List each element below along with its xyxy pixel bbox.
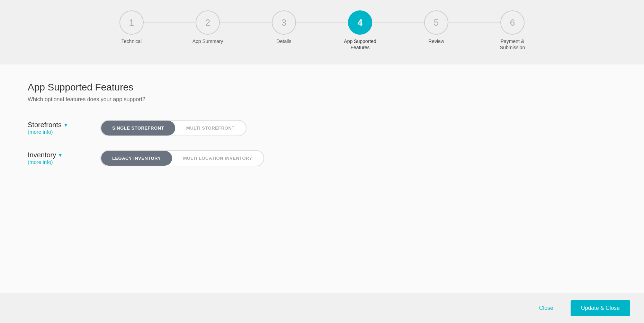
toggle-btn-1-1[interactable]: MULTI LOCATION INVENTORY xyxy=(172,151,263,166)
step-label-6: Payment & Submission xyxy=(490,38,535,51)
step-circle-4: 4 xyxy=(348,10,372,35)
toggle-group-0: SINGLE STOREFRONTMULTI STOREFRONT xyxy=(100,120,247,136)
chevron-down-icon-1: ▾ xyxy=(59,152,62,158)
feature-row-1: Inventory▾(more info)LEGACY INVENTORYMUL… xyxy=(28,150,616,166)
main-content: App Supported Features Which optional fe… xyxy=(0,64,644,293)
step-3[interactable]: 3Details xyxy=(246,10,322,44)
feature-label-1: Inventory▾ xyxy=(28,151,90,159)
stepper-arrow xyxy=(0,58,644,64)
step-label-4: App Supported Features xyxy=(338,38,383,51)
toggle-group-1: LEGACY INVENTORYMULTI LOCATION INVENTORY xyxy=(100,150,264,166)
step-4[interactable]: 4App Supported Features xyxy=(322,10,398,51)
more-info-link-1[interactable]: (more info) xyxy=(28,159,53,165)
feature-name-0: Storefronts xyxy=(28,121,62,129)
step-label-2: App Summary xyxy=(193,38,223,44)
footer: Close Update & Close xyxy=(0,293,644,323)
feature-row-0: Storefronts▾(more info)SINGLE STOREFRONT… xyxy=(28,120,616,136)
step-label-3: Details xyxy=(277,38,292,44)
features-container: Storefronts▾(more info)SINGLE STOREFRONT… xyxy=(28,120,616,166)
stepper-container: 1Technical2App Summary3Details4App Suppo… xyxy=(0,0,644,64)
step-circle-3: 3 xyxy=(272,10,296,35)
feature-label-group-0: Storefronts▾(more info) xyxy=(28,121,90,135)
feature-name-1: Inventory xyxy=(28,151,56,159)
toggle-btn-1-0[interactable]: LEGACY INVENTORY xyxy=(101,151,172,166)
step-circle-1: 1 xyxy=(119,10,144,35)
step-1[interactable]: 1Technical xyxy=(93,10,170,44)
page-title: App Supported Features xyxy=(28,82,616,93)
step-2[interactable]: 2App Summary xyxy=(170,10,246,44)
update-close-button[interactable]: Update & Close xyxy=(571,300,630,316)
step-label-1: Technical xyxy=(122,38,142,44)
step-circle-6: 6 xyxy=(500,10,525,35)
step-6[interactable]: 6Payment & Submission xyxy=(474,10,551,51)
step-label-5: Review xyxy=(428,38,444,44)
close-button[interactable]: Close xyxy=(532,302,560,315)
more-info-link-0[interactable]: (more info) xyxy=(28,129,53,135)
toggle-btn-0-1[interactable]: MULTI STOREFRONT xyxy=(175,121,246,136)
chevron-down-icon-0: ▾ xyxy=(64,122,67,128)
toggle-btn-0-0[interactable]: SINGLE STOREFRONT xyxy=(101,121,175,136)
step-5[interactable]: 5Review xyxy=(398,10,474,44)
step-circle-5: 5 xyxy=(424,10,448,35)
step-circle-2: 2 xyxy=(196,10,220,35)
page-subtitle: Which optional features does your app su… xyxy=(28,96,616,103)
feature-label-group-1: Inventory▾(more info) xyxy=(28,151,90,165)
feature-label-0: Storefronts▾ xyxy=(28,121,90,129)
stepper: 1Technical2App Summary3Details4App Suppo… xyxy=(80,10,564,51)
